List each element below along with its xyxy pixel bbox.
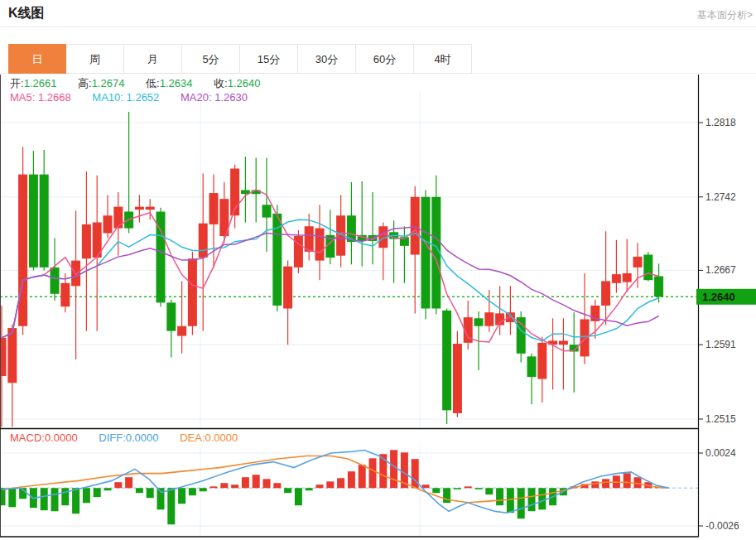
tab-30min[interactable]: 30分 <box>298 44 356 74</box>
ma20-label: MA20: <box>181 91 212 104</box>
tab-day[interactable]: 日 <box>8 44 66 74</box>
close-label: 收: <box>214 77 228 89</box>
tab-week[interactable]: 周 <box>66 44 124 74</box>
tab-5min[interactable]: 5分 <box>182 44 240 74</box>
svg-text:1.2818: 1.2818 <box>705 117 736 128</box>
svg-text:1.2742: 1.2742 <box>705 191 736 203</box>
ma-legend: MA5: 1.2668 MA10: 1.2652 MA20: 1.2630 <box>10 91 266 104</box>
header-divider <box>0 27 756 27</box>
diff-value: DIFF:0.0000 <box>99 432 158 444</box>
svg-text:-0.0026: -0.0026 <box>705 520 739 532</box>
macd-legend: MACD:0.0000 DIFF:0.0000 DEA:0.0000 <box>10 432 256 444</box>
low-label: 低: <box>146 77 160 89</box>
ma5-value: 1.2668 <box>38 91 71 104</box>
low-value: 1.2634 <box>160 77 193 89</box>
tab-4hour[interactable]: 4时 <box>414 44 472 74</box>
svg-text:1.2640: 1.2640 <box>702 291 735 303</box>
open-value: 1.2661 <box>24 77 57 89</box>
svg-text:0.0024: 0.0024 <box>705 447 736 459</box>
svg-text:1.2515: 1.2515 <box>705 413 736 425</box>
fundamental-analysis-link[interactable]: 基本面分析> <box>697 8 753 22</box>
tab-15min[interactable]: 15分 <box>240 44 298 74</box>
svg-text:1.2667: 1.2667 <box>705 264 736 276</box>
tab-60min[interactable]: 60分 <box>356 44 414 74</box>
close-value: 1.2640 <box>228 77 261 89</box>
dea-value: DEA:0.0000 <box>180 432 238 444</box>
high-label: 高: <box>78 77 92 89</box>
kline-page: { "header": {"title": "K线图", "link": "基本… <box>0 0 756 540</box>
ma20-value: 1.2630 <box>214 91 248 104</box>
high-value: 1.2674 <box>92 77 125 89</box>
page-title: K线图 <box>8 5 45 22</box>
ma10-label: MA10: <box>92 91 123 104</box>
period-tab-bar: 日 周 月 5分 15分 30分 60分 4时 <box>8 44 472 74</box>
svg-text:1.2591: 1.2591 <box>705 339 736 350</box>
ma10-value: 1.2652 <box>127 91 160 104</box>
ma5-label: MA5: <box>10 91 35 104</box>
macd-value: MACD:0.0000 <box>10 432 78 444</box>
open-label: 开: <box>10 77 24 89</box>
ohlc-readout: 开:1.2661 高:1.2674 低:1.2634 收:1.2640 <box>10 76 278 91</box>
tab-month[interactable]: 月 <box>124 44 182 74</box>
